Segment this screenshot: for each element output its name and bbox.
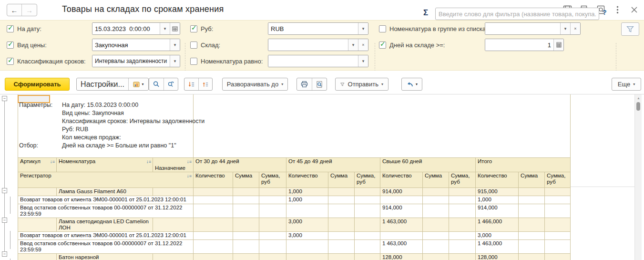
currency-input[interactable] [268, 23, 358, 34]
chevron-down-icon[interactable]: ▾ [348, 39, 358, 51]
cell[interactable]: 128,000 [380, 254, 423, 260]
cell[interactable] [194, 232, 233, 240]
back-button[interactable]: ← [7, 4, 22, 16]
cell[interactable] [328, 218, 355, 232]
cell[interactable] [449, 232, 476, 240]
cell[interactable] [423, 204, 449, 218]
quick-filter-input[interactable] [435, 8, 599, 20]
collapse-group-toggle[interactable]: − [2, 96, 7, 101]
cell[interactable] [18, 254, 57, 260]
cell[interactable] [355, 218, 380, 232]
sub-header-sum-rub[interactable]: Сумма, руб [355, 172, 380, 188]
cell[interactable] [519, 204, 545, 218]
column-header-registrator[interactable]: ↓≡Регистратор [18, 172, 194, 188]
cell[interactable] [259, 232, 286, 240]
table-row[interactable]: Возврат товаров от клиента ЭМ00-000001 о… [18, 196, 571, 204]
cell[interactable] [194, 204, 233, 218]
cell[interactable] [194, 254, 233, 260]
sort-icon[interactable]: ↓≡ [187, 158, 191, 165]
search-icon[interactable] [149, 78, 164, 90]
cell[interactable]: 1 463,000 [476, 240, 519, 254]
generate-button[interactable]: Сформировать [5, 78, 70, 91]
price-type-input[interactable] [92, 39, 170, 51]
cell[interactable] [449, 204, 476, 218]
cell[interactable] [423, 240, 449, 254]
print-icon[interactable] [297, 78, 312, 90]
help-link[interactable]: ? [603, 9, 607, 16]
cell[interactable] [355, 196, 380, 204]
cell[interactable]: 3,000 [286, 218, 328, 232]
collapse-group-toggle[interactable]: − [2, 218, 7, 223]
settings-button[interactable]: Настройки... [77, 78, 128, 90]
table-row[interactable]: Ввод остатков собственных товаров 00-000… [18, 204, 571, 218]
cell[interactable] [423, 188, 449, 196]
cell[interactable] [423, 232, 449, 240]
cell[interactable]: 914,000 [476, 204, 519, 218]
cell[interactable] [545, 218, 571, 232]
cell[interactable] [449, 254, 476, 260]
cell[interactable] [545, 232, 571, 240]
cell[interactable] [233, 240, 259, 254]
vertical-scrollbar[interactable]: ▲ [634, 94, 642, 260]
term-classification-checkbox[interactable]: ✓ [7, 58, 14, 65]
cell[interactable] [380, 196, 423, 204]
cell[interactable] [233, 204, 259, 218]
table-row[interactable]: Батон нарезной128,000128,000 [18, 254, 571, 260]
table-row[interactable]: Ввод остатков собственных товаров 00-000… [18, 240, 571, 254]
cell[interactable] [259, 254, 286, 260]
calculator-icon[interactable] [553, 39, 563, 51]
sub-header-sum-rub[interactable]: Сумма, руб [449, 172, 476, 188]
column-group-45-49[interactable]: От 45 до 49 дней [286, 158, 380, 172]
sub-header-quantity[interactable]: Количество [286, 172, 328, 188]
scroll-up-icon[interactable]: ▲ [637, 96, 640, 100]
cell[interactable] [233, 254, 259, 260]
warehouse-checkbox[interactable] [190, 42, 197, 49]
cell[interactable] [18, 218, 57, 232]
chevron-down-icon[interactable]: ▾ [160, 23, 170, 34]
expand-to-button[interactable]: Разворачивать до▾ [222, 78, 288, 91]
cell[interactable] [286, 204, 328, 218]
clear-icon[interactable]: × [358, 39, 368, 51]
registrator-cell[interactable]: Ввод остатков собственных товаров 00-000… [18, 240, 194, 254]
sort-icon[interactable]: ↓≡ [187, 173, 191, 179]
cell[interactable]: 1,000 [286, 188, 328, 196]
cell[interactable] [449, 188, 476, 196]
cell[interactable]: 1 463,000 [380, 218, 423, 232]
forward-button[interactable]: → [22, 4, 37, 16]
chevron-down-icon[interactable]: ▾ [170, 55, 180, 67]
cell[interactable] [380, 232, 423, 240]
sub-header-quantity[interactable]: Количество [380, 172, 423, 188]
collapse-group-toggle[interactable]: − [2, 251, 7, 257]
table-row[interactable]: Возврат товаров от клиента ЭМ00-000001 о… [18, 232, 571, 240]
cell[interactable] [286, 240, 328, 254]
warehouse-input[interactable] [268, 39, 348, 51]
on-date-input[interactable] [92, 23, 160, 34]
cell[interactable]: 1 466,000 [476, 218, 519, 232]
column-group-over-60[interactable]: Свыше 60 дней [380, 158, 476, 172]
column-header-naznachenie[interactable]: ↓≡Назначение [153, 158, 194, 172]
cell[interactable] [328, 196, 355, 204]
days-on-stock-checkbox[interactable]: ✓ [379, 42, 386, 49]
cell[interactable] [233, 196, 259, 204]
cell[interactable] [449, 218, 476, 232]
cell[interactable] [233, 232, 259, 240]
cell[interactable] [259, 240, 286, 254]
cell[interactable] [328, 254, 355, 260]
cell[interactable]: 3,000 [476, 232, 519, 240]
cell[interactable] [545, 188, 571, 196]
sort-icon[interactable]: ↓≡ [50, 158, 54, 165]
send-button[interactable]: Отправить▾ [335, 78, 388, 91]
sub-header-sum[interactable]: Сумма [328, 172, 355, 188]
nomenclature-equals-checkbox[interactable] [190, 58, 197, 65]
cell[interactable] [519, 188, 545, 196]
cell[interactable] [545, 254, 571, 260]
cell[interactable]: 914,000 [380, 188, 423, 196]
cell[interactable] [194, 218, 233, 232]
cell[interactable] [153, 254, 194, 260]
undo-icon[interactable]: ▾ [402, 78, 422, 90]
sort-icon[interactable]: ↓≡ [146, 158, 151, 165]
cell[interactable] [423, 254, 449, 260]
sub-header-quantity[interactable]: Количество [476, 172, 519, 188]
cell[interactable] [355, 232, 380, 240]
price-type-checkbox[interactable]: ✓ [7, 42, 14, 49]
